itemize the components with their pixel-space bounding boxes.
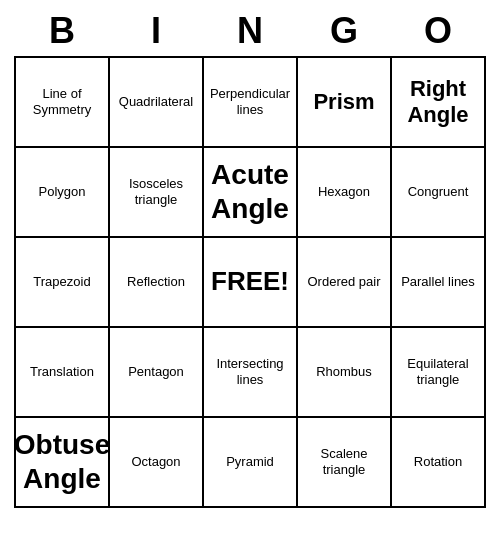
bingo-cell-6: Isosceles triangle bbox=[110, 148, 204, 238]
header-i: I bbox=[109, 10, 203, 52]
bingo-grid: Line of SymmetryQuadrilateralPerpendicul… bbox=[14, 56, 486, 508]
bingo-cell-10: Trapezoid bbox=[16, 238, 110, 328]
cell-text-10: Trapezoid bbox=[33, 274, 90, 290]
header-g: G bbox=[297, 10, 391, 52]
bingo-cell-19: Equilateral triangle bbox=[392, 328, 486, 418]
bingo-header: B I N G O bbox=[15, 10, 485, 52]
bingo-cell-0: Line of Symmetry bbox=[16, 58, 110, 148]
cell-text-3: Prism bbox=[313, 89, 374, 115]
bingo-cell-13: Ordered pair bbox=[298, 238, 392, 328]
bingo-cell-15: Translation bbox=[16, 328, 110, 418]
cell-text-9: Congruent bbox=[408, 184, 469, 200]
bingo-cell-24: Rotation bbox=[392, 418, 486, 508]
cell-text-14: Parallel lines bbox=[401, 274, 475, 290]
cell-text-16: Pentagon bbox=[128, 364, 184, 380]
bingo-cell-17: Intersecting lines bbox=[204, 328, 298, 418]
bingo-cell-4: Right Angle bbox=[392, 58, 486, 148]
bingo-cell-7: Acute Angle bbox=[204, 148, 298, 238]
cell-text-20: Obtuse Angle bbox=[14, 428, 110, 495]
bingo-cell-9: Congruent bbox=[392, 148, 486, 238]
cell-text-22: Pyramid bbox=[226, 454, 274, 470]
bingo-cell-2: Perpendicular lines bbox=[204, 58, 298, 148]
bingo-cell-5: Polygon bbox=[16, 148, 110, 238]
bingo-cell-20: Obtuse Angle bbox=[16, 418, 110, 508]
cell-text-17: Intersecting lines bbox=[208, 356, 292, 387]
bingo-cell-3: Prism bbox=[298, 58, 392, 148]
cell-text-19: Equilateral triangle bbox=[396, 356, 480, 387]
cell-text-18: Rhombus bbox=[316, 364, 372, 380]
bingo-cell-11: Reflection bbox=[110, 238, 204, 328]
cell-text-8: Hexagon bbox=[318, 184, 370, 200]
header-b: B bbox=[15, 10, 109, 52]
cell-text-23: Scalene triangle bbox=[302, 446, 386, 477]
bingo-cell-1: Quadrilateral bbox=[110, 58, 204, 148]
bingo-cell-22: Pyramid bbox=[204, 418, 298, 508]
cell-text-11: Reflection bbox=[127, 274, 185, 290]
cell-text-5: Polygon bbox=[39, 184, 86, 200]
cell-text-1: Quadrilateral bbox=[119, 94, 193, 110]
cell-text-21: Octagon bbox=[131, 454, 180, 470]
cell-text-15: Translation bbox=[30, 364, 94, 380]
cell-text-2: Perpendicular lines bbox=[208, 86, 292, 117]
cell-text-6: Isosceles triangle bbox=[114, 176, 198, 207]
cell-text-12: FREE! bbox=[211, 266, 289, 297]
cell-text-4: Right Angle bbox=[396, 76, 480, 129]
bingo-cell-16: Pentagon bbox=[110, 328, 204, 418]
bingo-cell-21: Octagon bbox=[110, 418, 204, 508]
bingo-cell-23: Scalene triangle bbox=[298, 418, 392, 508]
cell-text-13: Ordered pair bbox=[308, 274, 381, 290]
bingo-cell-12: FREE! bbox=[204, 238, 298, 328]
cell-text-7: Acute Angle bbox=[208, 158, 292, 225]
header-n: N bbox=[203, 10, 297, 52]
bingo-cell-8: Hexagon bbox=[298, 148, 392, 238]
cell-text-24: Rotation bbox=[414, 454, 462, 470]
header-o: O bbox=[391, 10, 485, 52]
cell-text-0: Line of Symmetry bbox=[20, 86, 104, 117]
bingo-cell-18: Rhombus bbox=[298, 328, 392, 418]
bingo-cell-14: Parallel lines bbox=[392, 238, 486, 328]
